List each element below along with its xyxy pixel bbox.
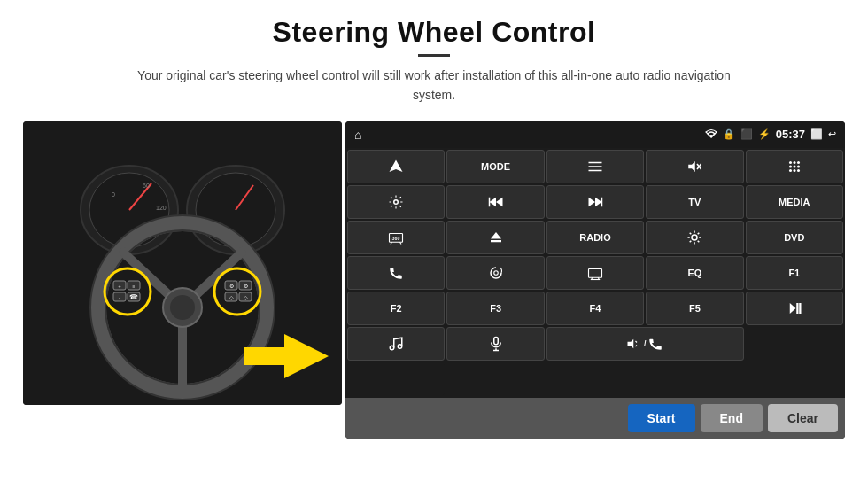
svg-marker-55 [489,198,496,207]
svg-marker-59 [588,198,595,207]
svg-rect-41 [588,170,601,172]
clock-display: 05:37 [776,128,805,141]
btn-phone[interactable] [347,256,445,290]
btn-mic[interactable] [446,327,544,361]
btn-f2[interactable]: F2 [347,292,445,325]
svg-marker-42 [689,161,696,172]
svg-point-54 [394,200,399,205]
btn-next[interactable] [546,185,644,219]
svg-point-84 [390,346,394,350]
btn-swirl[interactable] [446,256,544,290]
svg-text:☎: ☎ [129,293,138,301]
action-bar: Start End Clear [345,398,845,439]
btn-brightness[interactable] [646,221,743,254]
svg-point-49 [793,165,795,167]
btn-music[interactable] [347,327,445,361]
svg-marker-58 [595,198,602,207]
svg-point-67 [692,235,697,240]
btn-360[interactable]: 360 [347,221,445,254]
btn-radio[interactable]: RADIO [546,221,644,254]
svg-point-76 [493,271,498,276]
btn-f1[interactable]: F1 [746,256,843,290]
btn-f5[interactable]: F5 [646,292,743,325]
svg-text:⚙: ⚙ [244,284,248,289]
subtitle: Your original car's steering wheel contr… [133,66,735,105]
btn-eject[interactable] [446,221,544,254]
lock-icon: 🔒 [723,128,735,140]
svg-rect-83 [799,303,801,314]
svg-text:◇: ◇ [244,295,248,300]
start-button[interactable]: Start [628,404,695,432]
svg-text:◇: ◇ [229,295,234,300]
svg-text:120: 120 [156,205,167,211]
svg-marker-89 [627,339,633,349]
btn-vol-call[interactable]: / [546,327,744,361]
svg-point-52 [793,169,795,172]
svg-point-48 [789,165,792,167]
btn-play-pause[interactable] [746,292,843,325]
svg-line-74 [698,232,700,234]
btn-eq[interactable]: EQ [646,256,743,290]
title-divider [418,54,450,57]
btn-mute[interactable] [646,150,743,183]
clear-button[interactable]: Clear [768,404,838,432]
btn-apps[interactable] [746,150,843,183]
svg-marker-81 [790,303,796,314]
svg-marker-38 [390,159,403,172]
svg-point-17 [170,295,195,320]
btn-mode[interactable]: MODE [446,150,544,183]
btn-empty-1 [746,327,843,361]
svg-text:360: 360 [392,236,400,241]
svg-rect-60 [601,198,603,207]
svg-text:60: 60 [143,183,150,189]
wifi-icon [705,128,717,141]
svg-point-51 [789,169,792,172]
svg-rect-39 [588,162,601,164]
btn-media[interactable]: MEDIA [746,185,843,219]
btn-prev[interactable] [446,185,544,219]
sd-icon: ⬛ [740,128,753,140]
btn-f3[interactable]: F3 [446,292,544,325]
svg-point-45 [789,161,792,164]
svg-marker-56 [496,198,503,207]
svg-text:-: - [119,295,120,300]
svg-line-72 [690,232,692,234]
svg-rect-82 [796,303,798,314]
svg-point-47 [797,161,800,164]
btn-dvd[interactable]: DVD [746,221,843,254]
status-icons: 🔒 ⬛ ⚡ 05:37 ⬜ ↩ [705,128,836,141]
svg-line-75 [690,240,692,242]
svg-text:0: 0 [112,191,115,198]
svg-line-90 [635,341,637,343]
svg-point-53 [797,169,800,172]
svg-rect-66 [491,240,501,242]
svg-rect-57 [488,198,490,207]
svg-rect-86 [493,337,498,344]
home-icon[interactable]: ⌂ [354,128,361,142]
btn-empty-2 [347,362,445,396]
content-row: 0 60 120 [0,121,868,482]
svg-point-50 [797,165,800,167]
btn-tv[interactable]: TV [646,185,743,219]
control-panel: ⌂ 🔒 ⬛ ⚡ 05:37 ⬜ ↩ [345,121,845,439]
window-icon: ⬜ [810,128,823,140]
button-grid: MODE [345,148,845,398]
svg-text:≡: ≡ [133,284,136,289]
page-title: Steering Wheel Control [35,16,833,49]
svg-text:+: + [118,284,121,289]
end-button[interactable]: End [701,404,763,432]
svg-rect-40 [588,166,601,167]
svg-marker-65 [491,232,501,239]
back-icon: ↩ [828,128,836,140]
btn-navigation[interactable] [347,150,445,183]
btn-screen[interactable] [546,256,644,290]
svg-line-91 [635,345,637,346]
svg-rect-37 [244,347,289,365]
page-container: Steering Wheel Control Your original car… [0,0,868,482]
svg-point-46 [793,161,795,164]
btn-settings[interactable] [347,185,445,219]
header-section: Steering Wheel Control Your original car… [0,0,868,113]
status-bar: ⌂ 🔒 ⬛ ⚡ 05:37 ⬜ ↩ [345,121,845,148]
btn-f4[interactable]: F4 [546,292,644,325]
btn-menu[interactable] [546,150,644,183]
